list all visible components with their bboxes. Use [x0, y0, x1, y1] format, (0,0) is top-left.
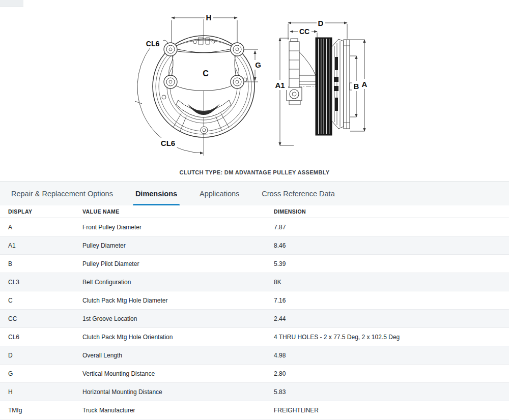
cell-dimension: 4.98 [274, 352, 509, 359]
technical-drawing-area: H CL6 G C CL6 [0, 0, 509, 181]
dim-label-a1: A1 [275, 81, 285, 89]
dim-label-b: B [354, 82, 359, 91]
dim-label-c: C [203, 69, 209, 78]
cell-dimension: 2.80 [274, 370, 509, 377]
side-view-drawing: D CC A1 B A [272, 10, 377, 158]
cell-dimension: 2.44 [274, 315, 509, 322]
front-view-drawing: H CL6 G C CL6 [130, 5, 272, 163]
tab-repair-replacement-options[interactable]: Repair & Replacement Options [0, 182, 124, 206]
cell-value-name: Clutch Pack Mtg Hole Orientation [82, 334, 274, 341]
cell-value-name: Belt Configuration [82, 279, 274, 286]
cell-display: CL3 [0, 279, 82, 286]
cell-display: G [0, 370, 82, 377]
table-row: TMfg Truck Manufacturer FREIGHTLINER [0, 401, 509, 419]
column-header-value-name: VALUE NAME [82, 208, 274, 215]
cell-dimension: FREIGHTLINER [274, 407, 509, 414]
tab-dimensions[interactable]: Dimensions [124, 182, 188, 206]
table-row: C Clutch Pack Mtg Hole Diameter 7.16 [0, 291, 509, 310]
product-detail-page: H CL6 G C CL6 [0, 0, 509, 420]
table-row: B Pulley Pilot Diameter 5.39 [0, 255, 509, 273]
cell-display: A [0, 224, 82, 231]
corner-artifact [0, 0, 23, 7]
column-header-display: DISPLAY [0, 208, 82, 215]
table-row: CL3 Belt Configuration 8K [0, 273, 509, 291]
tab-cross-reference-data[interactable]: Cross Reference Data [250, 182, 346, 206]
dim-label-h: H [206, 13, 212, 22]
table-body: A Front Pulley Diameter 7.87 A1 Pulley D… [0, 218, 509, 419]
cell-dimension: 7.16 [274, 297, 509, 304]
cell-value-name: Truck Manufacturer [82, 407, 274, 414]
table-row: CL6 Clutch Pack Mtg Hole Orientation 4 T… [0, 328, 509, 346]
table-header-row: DISPLAY VALUE NAME DIMENSION [0, 205, 509, 218]
cell-value-name: Pulley Pilot Diameter [82, 260, 274, 267]
tab-applications[interactable]: Applications [188, 182, 250, 206]
cell-dimension: 8.46 [274, 242, 509, 249]
cell-dimension: 5.39 [274, 260, 509, 267]
cell-dimension: 5.83 [274, 388, 509, 396]
cell-display: H [0, 388, 82, 396]
cell-display: C [0, 297, 82, 304]
dim-label-cc: CC [299, 27, 309, 36]
table-row: D Overall Length 4.98 [0, 346, 509, 365]
table-row: A Front Pulley Diameter 7.87 [0, 218, 509, 236]
dimensions-table: DISPLAY VALUE NAME DIMENSION A Front Pul… [0, 205, 509, 419]
cell-dimension: 8K [274, 279, 509, 286]
cell-value-name: Horizontal Mounting Distance [82, 388, 274, 396]
cell-value-name: 1st Groove Location [82, 315, 274, 322]
cell-display: CL6 [0, 334, 82, 341]
table-row: G Vertical Mounting Distance 2.80 [0, 365, 509, 383]
column-header-dimension: DIMENSION [274, 208, 509, 215]
table-row: CC 1st Groove Location 2.44 [0, 310, 509, 328]
cell-value-name: Vertical Mounting Distance [82, 370, 274, 377]
dim-label-g: G [255, 61, 261, 69]
dim-label-a: A [362, 80, 367, 88]
cell-value-name: Overall Length [82, 352, 274, 359]
tab-bar: Repair & Replacement Options Dimensions … [0, 181, 509, 206]
cell-dimension: 7.87 [274, 224, 509, 231]
cell-display: TMfg [0, 407, 82, 414]
table-row: H Horizontal Mounting Distance 5.83 [0, 383, 509, 401]
dim-label-cl6-top: CL6 [146, 40, 160, 48]
cell-display: D [0, 352, 82, 359]
drawing-caption: CLUTCH TYPE: DM ADVANTAGE PULLEY ASSEMBL… [0, 169, 509, 175]
table-row: A1 Pulley Diameter 8.46 [0, 236, 509, 255]
cell-value-name: Pulley Diameter [82, 242, 274, 249]
cell-value-name: Front Pulley Diameter [82, 224, 274, 231]
cell-dimension: 4 THRU HOLES - 2 x 77.5 Deg, 2 x 102.5 D… [274, 334, 509, 341]
cell-display: B [0, 260, 82, 267]
dim-label-d: D [318, 19, 324, 27]
dim-label-cl6-bottom: CL6 [161, 139, 175, 147]
cell-display: A1 [0, 242, 82, 249]
cell-value-name: Clutch Pack Mtg Hole Diameter [82, 297, 274, 304]
cell-display: CC [0, 315, 82, 322]
